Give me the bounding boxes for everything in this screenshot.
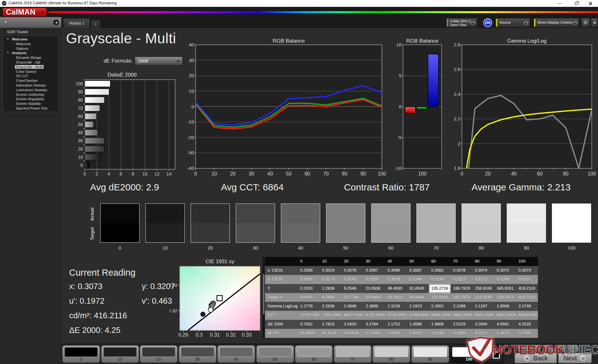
display-control-dropdown[interactable]: Direct Display Control: [533, 18, 579, 27]
table-cell-gamma-log-log-100[interactable]: 2.2749: [516, 302, 538, 311]
table-cell-y-100[interactable]: 416.2116: [516, 284, 538, 293]
table-cell-e-2000-20[interactable]: 3.2633: [341, 320, 363, 329]
table-cell-y-cie31-90[interactable]: 0.3209: [494, 275, 516, 284]
table-cell-cct-0[interactable]: 17301.0000: [298, 311, 320, 320]
table-cell-x-cie31-100[interactable]: 0.3073: [516, 266, 538, 275]
settings-button[interactable]: ⚙: [581, 18, 590, 27]
table-cell-y-50[interactable]: 91.8540: [407, 284, 429, 293]
table-cell-x-cie31-50[interactable]: 0.3087: [407, 266, 429, 275]
level-button-50[interactable]: 50: [256, 345, 294, 363]
table-scrollbar-thumb[interactable]: [263, 274, 264, 314]
sidebar-collapse-button[interactable]: ◀: [53, 20, 59, 25]
table-cell-deitp-0[interactable]: 65.0828: [298, 329, 320, 338]
table-cell-y-40[interactable]: 49.4930: [385, 284, 407, 293]
table-cell-gamma-log-log-40[interactable]: 2.3239: [385, 302, 407, 311]
table-cell-e-2000-60[interactable]: 1.9608: [429, 320, 451, 329]
sidebar-item-screen-uniformity[interactable]: Screen Uniformity: [3, 92, 59, 97]
meter-dropdown[interactable]: X-Rite i1Pro 2 Direct View: [446, 18, 477, 27]
table-cell-cct-60[interactable]: 6804.0000: [429, 311, 451, 320]
table-cell-y-10[interactable]: 2.2636: [320, 284, 341, 293]
table-cell-gamma-log-log-20[interactable]: 2.3648: [341, 302, 363, 311]
mini-toolbar-button-3[interactable]: [543, 345, 553, 352]
table-cell-gamma-log-log-10[interactable]: 2.2838: [320, 302, 341, 311]
table-cell-e-2000-40[interactable]: 2.1752: [385, 320, 407, 329]
close-button[interactable]: [583, 0, 597, 7]
restore-button[interactable]: [569, 0, 583, 7]
table-cell-target-y-70[interactable]: 185.2979: [451, 293, 472, 302]
sidebar-item-screen-angularity[interactable]: Screen Angularity: [3, 97, 59, 101]
expander-icon[interactable]: [7, 52, 8, 54]
table-cell-y-cie31-50[interactable]: 0.3249: [407, 275, 429, 284]
sidebar-item-screen-stability[interactable]: Screen Stability: [3, 101, 59, 106]
table-cell-cct-30[interactable]: 6755.0000: [363, 311, 385, 320]
table-cell-y-cie31-10[interactable]: 0.3173: [320, 275, 341, 284]
level-button-0[interactable]: 0: [62, 345, 100, 363]
table-cell-deitp-100[interactable]: 3.7926: [516, 329, 538, 338]
table-cell-gamma-log-log-90[interactable]: 1.8008: [494, 302, 516, 311]
expander-icon[interactable]: [7, 38, 8, 40]
table-cell-deitp-60[interactable]: 3.1156: [429, 329, 451, 338]
table-cell-target-y-0[interactable]: 0.0000: [298, 293, 320, 302]
sidebar-item-options[interactable]: Options: [3, 46, 59, 51]
level-button-80[interactable]: 80: [373, 345, 410, 363]
table-cell-y-cie31-60[interactable]: 0.3238: [429, 275, 451, 284]
sidebar-item-colorchecker[interactable]: ColorChecker: [3, 78, 59, 83]
table-cell-gamma-log-log-0[interactable]: 1.2778: [298, 302, 320, 311]
table-cell-target-y-80[interactable]: 251.3199: [472, 293, 494, 302]
table-cell-y-cie31-100[interactable]: 0.3207: [516, 275, 538, 284]
table-cell-cct-100[interactable]: 6888.0000: [516, 311, 538, 320]
table-cell-cct-90[interactable]: 6892.0000: [494, 311, 516, 320]
sidebar-item-3d-lut[interactable]: 3D LUT: [3, 74, 59, 78]
table-cell-gamma-log-log-60[interactable]: 2.2002: [429, 302, 451, 311]
table-cell-y-cie31-70[interactable]: 0.3227: [451, 275, 472, 284]
table-cell-x-cie31-60[interactable]: 0.3082: [429, 266, 451, 275]
table-cell-y-70[interactable]: 186.7829: [451, 284, 472, 293]
pattern-window-button[interactable]: [490, 348, 503, 362]
table-cell-target-y-10[interactable]: 4.2994: [320, 293, 341, 302]
table-cell-target-y-40[interactable]: 55.3013: [385, 293, 407, 302]
table-cell-target-y-30[interactable]: 30.0804: [363, 293, 385, 302]
add-tab-button[interactable]: +: [91, 20, 100, 28]
table-cell-x-cie31-0[interactable]: 0.2556: [298, 266, 320, 275]
table-cell-e-2000-70[interactable]: 2.5229: [451, 320, 472, 329]
table-cell-y-cie31-40[interactable]: 0.3259: [385, 275, 407, 284]
table-cell-deitp-90[interactable]: 5.3875: [494, 329, 516, 338]
mini-toolbar-button-5[interactable]: [567, 345, 578, 352]
sidebar-item-grayscale-2pt[interactable]: Grayscale - 2pt: [3, 60, 59, 65]
table-cell-cct-70[interactable]: 6841.0000: [451, 311, 472, 320]
table-cell-y-0[interactable]: 0.2330: [298, 284, 320, 293]
level-button-40[interactable]: 40: [217, 345, 255, 363]
table-cell-y-cie31-30[interactable]: 0.3259: [363, 275, 385, 284]
table-cell-y-60[interactable]: 135.2716: [429, 284, 451, 293]
level-button-60[interactable]: 60: [295, 345, 333, 363]
table-cell-x-cie31-20[interactable]: 0.3076: [341, 266, 363, 275]
table-cell-x-cie31-80[interactable]: 0.3074: [472, 266, 494, 275]
sidebar-item-dynamic-range[interactable]: Dynamic Range: [3, 55, 59, 60]
table-cell-deitp-10[interactable]: 30.1124: [320, 329, 341, 338]
table-cell-e-2000-10[interactable]: 2.7823: [320, 320, 341, 329]
sidebar-item-spectral-power-dist[interactable]: Spectral Power Dist.: [3, 106, 59, 111]
table-cell-x-cie31-30[interactable]: 0.3087: [363, 266, 385, 275]
table-cell-x-cie31-10[interactable]: 0.3024: [320, 266, 341, 275]
table-cell-y-cie31-0[interactable]: 0.2580: [298, 275, 320, 284]
table-cell-deitp-40[interactable]: 7.8547: [385, 329, 407, 338]
mini-toolbar-button-1[interactable]: [518, 345, 529, 352]
sidebar-item-color-gamut[interactable]: Color Gamut: [3, 69, 59, 74]
table-cell-y-80[interactable]: 258.8336: [472, 284, 494, 293]
table-cell-deitp-20[interactable]: 23.0534: [341, 329, 363, 338]
table-cell-y-20[interactable]: 9.2548: [341, 284, 363, 293]
table-cell-e-2000-0[interactable]: 0.7052: [298, 320, 320, 329]
sidebar-item-welcome[interactable]: Welcome: [3, 37, 59, 42]
table-cell-y-cie31-80[interactable]: 0.3217: [472, 275, 494, 284]
table-cell-target-y-60[interactable]: 132.5829: [429, 293, 451, 302]
table-cell-deitp-50[interactable]: 2.8237: [407, 329, 429, 338]
table-cell-cct-10[interactable]: 7243.0000: [320, 311, 341, 320]
table-cell-e-2000-80[interactable]: 3.2840: [472, 320, 494, 329]
table-cell-target-y-50[interactable]: 89.8436: [407, 293, 429, 302]
table-cell-e-2000-100[interactable]: 4.2525: [516, 320, 538, 329]
table-cell-target-y-20[interactable]: 13.7786: [341, 293, 363, 302]
measurement-count-badge[interactable]: 239: [483, 18, 492, 27]
table-cell-gamma-log-log-50[interactable]: 2.1923: [407, 302, 429, 311]
table-cell-deitp-70[interactable]: 3.1826: [451, 329, 472, 338]
table-cell-x-cie31-90[interactable]: 0.3072: [494, 266, 516, 275]
